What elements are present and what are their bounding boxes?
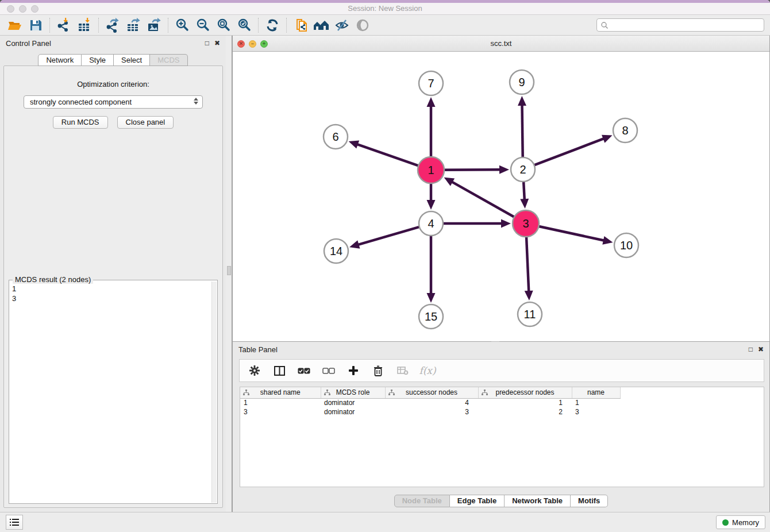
create-column-button[interactable] [346, 364, 360, 377]
table-cell[interactable]: 3 [572, 407, 620, 417]
run-mcds-button[interactable]: Run MCDS [53, 116, 108, 129]
export-image-button[interactable] [144, 17, 164, 34]
table-row[interactable]: 3dominator323 [240, 407, 764, 417]
graph-node-8[interactable]: 8 [613, 118, 637, 142]
graph-node-9[interactable]: 9 [510, 70, 534, 94]
graph-edge-arrowhead [349, 140, 360, 148]
graph-node-6[interactable]: 6 [324, 125, 348, 149]
graph-edge-3-1[interactable] [452, 182, 515, 218]
panel-divider[interactable] [226, 36, 232, 512]
refresh-view-button[interactable] [262, 17, 283, 34]
graph-node-14[interactable]: 14 [324, 239, 348, 263]
close-table-panel-icon[interactable]: ✖ [758, 346, 764, 353]
graph-edge-3-11[interactable] [526, 236, 529, 292]
graph-edge-2-9[interactable] [522, 105, 523, 159]
graph-edge-3-10[interactable] [538, 226, 605, 240]
table-toolbar: f(x) [239, 359, 764, 382]
graph-node-4[interactable]: 4 [419, 211, 443, 236]
function-builder-button[interactable]: f(x) [421, 364, 434, 377]
select-all-columns-button[interactable] [297, 364, 311, 377]
graph-edge-1-6[interactable] [357, 144, 419, 166]
zoom-selected-button[interactable] [234, 17, 255, 34]
table-cell[interactable]: 1 [572, 398, 620, 407]
zoom-out-button[interactable] [192, 17, 213, 34]
network-canvas[interactable]: 7968124314101511 [233, 52, 769, 341]
network-window-titlebar[interactable]: ✕ − + scc.txt [233, 36, 769, 52]
hide-graphics-details-button[interactable] [332, 17, 352, 34]
table-row[interactable]: 1dominator411 [240, 398, 764, 407]
table-cell[interactable]: 3 [385, 407, 478, 417]
show-all-networks-button[interactable] [311, 17, 332, 34]
graph-edge-4-14[interactable] [357, 226, 420, 245]
close-panel-icon[interactable]: ✖ [214, 40, 220, 47]
import-network-from-file-button[interactable] [290, 17, 311, 34]
float-panel-icon[interactable]: □ [205, 40, 209, 47]
unselect-all-columns-button[interactable] [322, 364, 336, 377]
open-session-button[interactable] [5, 17, 25, 34]
divider-handle-icon[interactable] [227, 266, 231, 275]
close-window-button[interactable] [7, 5, 14, 13]
node-table[interactable]: shared name MCDS role successor nodes [240, 387, 764, 487]
show-column-panel-button[interactable] [272, 364, 286, 377]
result-scrollbar[interactable] [211, 282, 217, 503]
tab-edge-table[interactable]: Edge Table [450, 495, 505, 507]
graph-edge-2-8[interactable] [533, 138, 605, 165]
export-table-button[interactable] [123, 17, 144, 34]
column-header-mcds-role[interactable]: MCDS role [321, 387, 385, 398]
table-cell[interactable]: 4 [385, 398, 478, 407]
tab-style[interactable]: Style [82, 54, 114, 66]
import-network-button[interactable] [53, 17, 74, 34]
tab-mcds[interactable]: MCDS [150, 54, 187, 66]
refresh-icon [265, 18, 279, 32]
network-close-button[interactable]: ✕ [237, 40, 245, 48]
delete-table-button[interactable] [396, 364, 410, 377]
show-graphics-details-button[interactable] [352, 17, 373, 34]
table-settings-button[interactable] [248, 364, 261, 377]
graph-node-10[interactable]: 10 [614, 233, 638, 257]
search-input[interactable] [609, 21, 760, 29]
import-table-button[interactable] [74, 17, 95, 34]
memory-button[interactable]: Memory [716, 515, 765, 529]
column-header-name[interactable]: name [572, 387, 620, 398]
graph-edge-1-2[interactable] [443, 169, 500, 170]
export-network-button[interactable] [102, 17, 123, 34]
column-header-shared-name[interactable]: shared name [240, 387, 321, 398]
graph-node-15[interactable]: 15 [419, 304, 443, 329]
table-cell[interactable]: 2 [478, 407, 572, 417]
delete-column-button[interactable] [371, 364, 385, 377]
network-minimize-button[interactable]: − [249, 40, 256, 48]
tab-network[interactable]: Network [38, 54, 82, 66]
tab-network-table[interactable]: Network Table [505, 495, 571, 507]
mcds-result-list[interactable]: 1 3 [9, 283, 211, 503]
graph-node-1[interactable]: 1 [418, 157, 444, 183]
table-cell[interactable]: 1 [240, 398, 321, 407]
tab-motifs[interactable]: Motifs [571, 495, 608, 507]
criterion-select[interactable]: strongly connected component [24, 95, 203, 109]
minimize-window-button[interactable] [19, 5, 26, 13]
tab-node-table[interactable]: Node Table [394, 495, 450, 507]
float-table-panel-icon[interactable]: □ [749, 346, 753, 353]
tab-select[interactable]: Select [114, 54, 150, 66]
column-header-successor-nodes[interactable]: successor nodes [385, 387, 478, 398]
graph-node-2[interactable]: 2 [511, 157, 535, 182]
close-panel-button[interactable]: Close panel [117, 116, 174, 129]
zoom-fit-button[interactable] [213, 17, 234, 34]
table-cell[interactable]: 1 [478, 398, 572, 407]
network-maximize-button[interactable]: + [260, 40, 268, 48]
table-cell[interactable]: dominator [321, 407, 385, 417]
zoom-in-button[interactable] [172, 17, 192, 34]
maximize-window-button[interactable] [31, 5, 38, 13]
table-cell[interactable]: dominator [321, 398, 385, 407]
table-cell[interactable]: 3 [240, 407, 321, 417]
graph-node-7[interactable]: 7 [419, 71, 443, 95]
save-session-button[interactable] [25, 17, 46, 34]
graph-edge-2-3[interactable] [523, 180, 525, 200]
search-field[interactable] [596, 18, 764, 32]
graph-node-3[interactable]: 3 [513, 210, 539, 237]
task-history-button[interactable] [6, 515, 23, 530]
network-graph-svg[interactable]: 7968124314101511 [233, 52, 769, 341]
hierarchy-icon [482, 390, 488, 396]
svg-text:4: 4 [428, 217, 434, 230]
graph-node-11[interactable]: 11 [518, 302, 542, 326]
column-header-predecessor-nodes[interactable]: predecessor nodes [478, 387, 572, 398]
